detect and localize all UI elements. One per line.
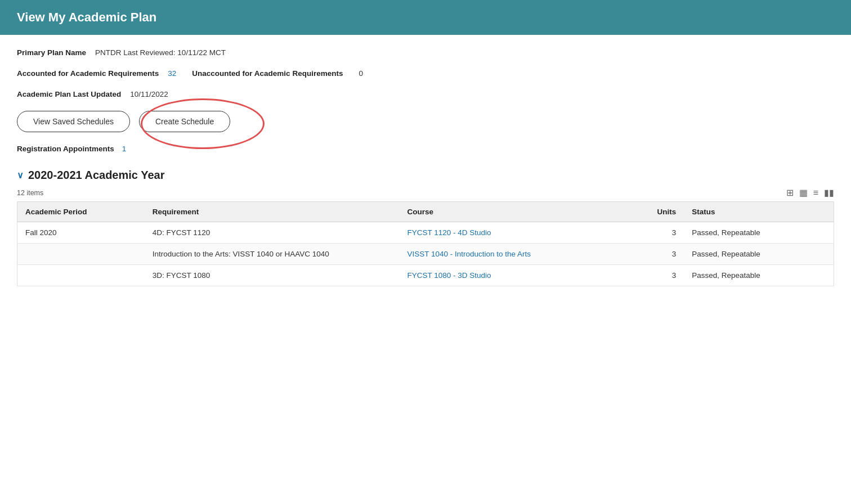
- primary-plan-value: PNTDR Last Reviewed: 10/11/22 MCT: [95, 48, 226, 57]
- registration-value: 1: [122, 145, 127, 153]
- cell-period: [17, 244, 145, 265]
- table-meta: 12 items ⊞ ▦ ≡ ▮▮: [17, 187, 834, 198]
- table-view-icon[interactable]: ▦: [799, 187, 808, 198]
- spreadsheet-icon[interactable]: ⊞: [786, 187, 794, 198]
- cell-units: 3: [624, 244, 684, 265]
- course-link[interactable]: FYCST 1080 - 3D Studio: [407, 271, 491, 280]
- unaccounted-value: 0: [359, 69, 363, 78]
- page-header: View My Academic Plan: [0, 0, 851, 35]
- items-count: 12 items: [17, 189, 43, 197]
- cell-requirement: 4D: FYCST 1120: [145, 222, 400, 244]
- col-header-requirement: Requirement: [145, 202, 400, 222]
- course-link[interactable]: VISST 1040 - Introduction to the Arts: [407, 250, 531, 258]
- cell-period: [17, 265, 145, 286]
- table-row: 3D: FYCST 1080FYCST 1080 - 3D Studio3Pas…: [17, 265, 834, 286]
- table-row: Fall 20204D: FYCST 1120FYCST 1120 - 4D S…: [17, 222, 834, 244]
- accounted-value: 32: [168, 69, 176, 78]
- registration-row: Registration Appointments 1: [17, 145, 834, 153]
- view-saved-schedules-button[interactable]: View Saved Schedules: [17, 111, 130, 132]
- cell-course: FYCST 1080 - 3D Studio: [399, 265, 624, 286]
- table-header-row: Academic Period Requirement Course Units…: [17, 202, 834, 222]
- cell-status: Passed, Repeatable: [684, 222, 834, 244]
- cell-course: FYCST 1120 - 4D Studio: [399, 222, 624, 244]
- chart-icon[interactable]: ▮▮: [824, 187, 834, 198]
- buttons-row: View Saved Schedules Create Schedule: [17, 111, 834, 132]
- primary-plan-row: Primary Plan Name PNTDR Last Reviewed: 1…: [17, 48, 834, 57]
- unaccounted-label: Unaccounted for Academic Requirements: [192, 69, 343, 78]
- course-link[interactable]: FYCST 1120 - 4D Studio: [407, 228, 491, 237]
- create-schedule-button[interactable]: Create Schedule: [139, 111, 230, 132]
- registration-label: Registration Appointments: [17, 145, 114, 153]
- col-header-course: Course: [399, 202, 624, 222]
- cell-requirement: Introduction to the Arts: VISST 1040 or …: [145, 244, 400, 265]
- cell-requirement: 3D: FYCST 1080: [145, 265, 400, 286]
- cell-period: Fall 2020: [17, 222, 145, 244]
- accounted-label: Accounted for Academic Requirements: [17, 69, 159, 78]
- last-updated-row: Academic Plan Last Updated 10/11/2022: [17, 90, 834, 98]
- col-header-period: Academic Period: [17, 202, 145, 222]
- table-row: Introduction to the Arts: VISST 1040 or …: [17, 244, 834, 265]
- col-header-units: Units: [624, 202, 684, 222]
- cell-status: Passed, Repeatable: [684, 265, 834, 286]
- primary-plan-label: Primary Plan Name: [17, 48, 86, 57]
- page-title: View My Academic Plan: [17, 10, 834, 25]
- requirements-row: Accounted for Academic Requirements 32 U…: [17, 69, 834, 78]
- table-icons: ⊞ ▦ ≡ ▮▮: [786, 187, 834, 198]
- academic-year-header: ∨ 2020-2021 Academic Year: [17, 169, 834, 182]
- cell-status: Passed, Repeatable: [684, 244, 834, 265]
- cell-units: 3: [624, 265, 684, 286]
- cell-units: 3: [624, 222, 684, 244]
- academic-year-title: 2020-2021 Academic Year: [28, 169, 164, 182]
- main-content: Primary Plan Name PNTDR Last Reviewed: 1…: [0, 35, 851, 300]
- academic-plan-table: Academic Period Requirement Course Units…: [17, 201, 834, 286]
- filter-icon[interactable]: ≡: [813, 188, 818, 198]
- col-header-status: Status: [684, 202, 834, 222]
- last-updated-value: 10/11/2022: [130, 90, 168, 98]
- chevron-down-icon[interactable]: ∨: [17, 170, 24, 181]
- cell-course: VISST 1040 - Introduction to the Arts: [399, 244, 624, 265]
- last-updated-label: Academic Plan Last Updated: [17, 90, 121, 98]
